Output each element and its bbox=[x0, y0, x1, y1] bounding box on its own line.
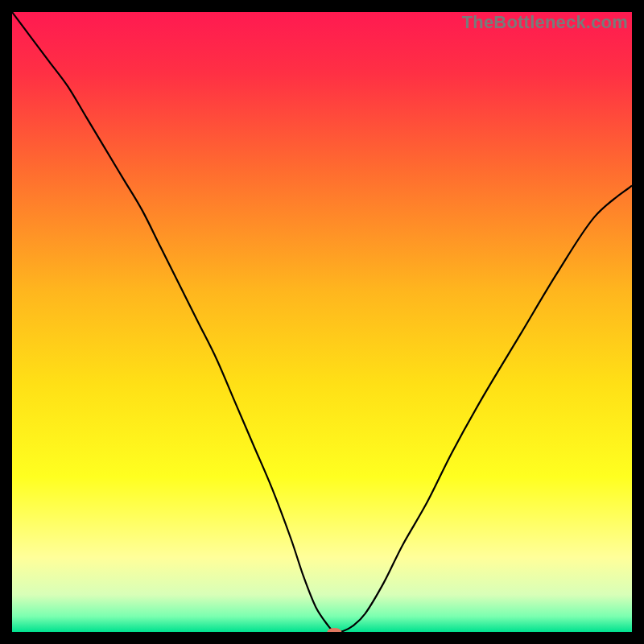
gradient-background bbox=[12, 12, 632, 632]
bottleneck-chart: TheBottleneck.com bbox=[12, 12, 632, 632]
chart-svg bbox=[12, 12, 632, 632]
